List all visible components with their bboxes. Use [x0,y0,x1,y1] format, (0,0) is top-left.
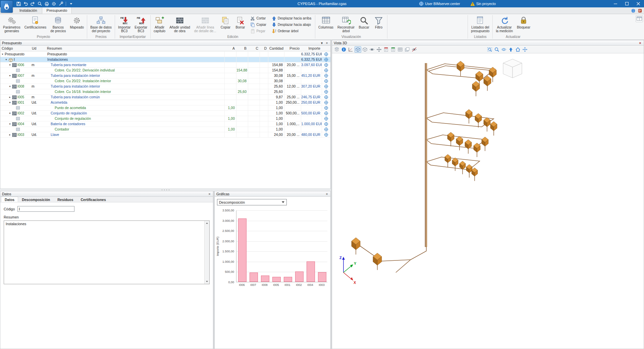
rebuild-tree-button[interactable]: Reconstruirárbol [335,15,357,35]
column-header-b[interactable]: B [236,46,248,51]
close-panel-icon[interactable]: × [207,192,212,196]
cube-button[interactable] [362,46,368,53]
3d-viewport[interactable]: Z Y X [332,54,644,349]
column-header-código[interactable]: Código [0,46,31,51]
layers-button[interactable] [333,46,340,53]
maximize-button[interactable] [621,0,633,7]
collapse-icon[interactable]: ▾ [8,62,11,67]
column-header-c[interactable]: C [248,46,260,51]
bimserver-sync-icon[interactable] [630,8,636,13]
report-button[interactable] [383,46,389,53]
locate-in-3d-icon[interactable] [322,57,330,62]
collapse-icon[interactable]: ▾ [5,57,8,62]
export-bc3-button[interactable]: FIEBDCExportarBC3 [132,15,149,35]
home-button[interactable] [515,46,521,53]
close-panel-icon[interactable]: × [324,41,329,45]
column-header-importe[interactable]: Importe [301,46,322,51]
budget-row-I001[interactable]: ▾I001Ud.Acometida1,00250,00...250,00 EUR [0,100,330,105]
orbit-button[interactable] [500,46,507,53]
locate-in-3d-icon[interactable] [322,62,330,67]
database-button[interactable]: Base de datosdel proyecto [88,15,114,35]
budget-row-I003[interactable]: ▸I003Ud.Llave24,0020,00 ...480,00 EUR [0,132,330,138]
collapse-icon[interactable]: ▾ [8,100,11,105]
locate-in-3d-icon[interactable] [322,95,330,100]
visibility-button[interactable] [411,46,418,53]
codigo-input[interactable] [17,206,74,212]
move-down-button[interactable]: Desplazar hacia abajo [270,21,313,28]
chart-type-select[interactable]: Descomposición [217,199,287,205]
datos-tab-residuos[interactable]: Residuos [54,197,77,202]
budget-row-I004[interactable]: ▾I004Ud.Batería de contadores1,001.000,.… [0,121,330,127]
table-button[interactable] [397,46,404,53]
scroll-down-icon[interactable] [205,279,209,284]
settings-button[interactable] [51,1,57,7]
reports-button[interactable]: Listados delpresupuesto [469,15,491,35]
up-button[interactable] [507,46,514,53]
collapse-icon[interactable]: ▾ [8,73,11,78]
budget-row[interactable]: Contador1,001,00 [0,127,330,132]
resumen-textarea[interactable]: Instalaciones [4,220,210,284]
sort-tree-button[interactable]: Ordenar árbol [270,28,313,34]
customize-toolbar-button[interactable] [68,1,74,7]
datos-tab-descomposición[interactable]: Descomposición [18,197,54,202]
splitter-handle[interactable] [162,190,169,190]
budget-row[interactable]: Cobre. Cu 20/22. Instalación interior30,… [0,79,330,84]
add-chapter-button[interactable]: Añadircapítulo [152,15,167,35]
tab-instalación[interactable]: Instalación [15,7,42,14]
budget-row[interactable]: Cobre. Cu 16/18. Instalación interior25,… [0,89,330,95]
datos-tab-certificaciones[interactable]: Certificaciones [77,197,109,202]
mapping-button[interactable]: Mapeado [68,15,86,35]
save-button[interactable] [15,1,22,7]
locate-in-3d-icon[interactable] [322,132,330,137]
pan-button[interactable] [522,46,528,53]
locate-in-3d-icon[interactable] [322,116,330,121]
locate-in-3d-icon[interactable] [322,121,330,127]
budget-row[interactable]: Cobre. Cu 20/22. Derivación individual15… [0,68,330,73]
print-button[interactable] [44,1,50,7]
scrollbar[interactable] [204,221,209,284]
budget-row-I007[interactable]: ▾I007mTubería para instalación interior3… [0,73,330,79]
zoom-extents-button[interactable] [486,46,493,53]
zoom-button[interactable] [37,1,43,7]
section-button[interactable] [355,46,361,53]
copy-small-button[interactable]: Copiar [248,21,268,28]
tab-presupuesto[interactable]: Presupuesto [42,7,72,14]
budget-row-I005[interactable]: ▸I005mTubería para instalación común9,87… [0,95,330,100]
budget-row-Presupuesto[interactable]: ▾PresupuestoPresupuesto6.332,75 EUR [0,52,330,57]
move-up-button[interactable]: Desplazar hacia arriba [270,15,313,21]
locate-in-3d-icon[interactable] [322,52,330,57]
collapse-icon[interactable]: ▾ [8,121,11,127]
locate-in-3d-icon[interactable] [322,84,330,89]
column-header-ud[interactable]: Ud [31,46,46,51]
expand-icon[interactable]: ▸ [8,95,11,100]
zoom-button[interactable] [493,46,500,53]
column-header-a[interactable]: A [224,46,236,51]
move-button[interactable] [376,46,382,53]
stack-button[interactable] [404,46,411,53]
scroll-up-icon[interactable] [205,221,209,226]
bimserver-user-button[interactable]: User BIMserver.center [419,1,460,6]
locate-in-3d-icon[interactable] [322,79,330,84]
layout-toggle-button[interactable] [636,15,643,22]
budget-row-I006[interactable]: ▾I006mTubería para montante154,8820,00 .… [0,62,330,68]
collapse-icon[interactable]: ▾ [8,84,11,89]
lock-button[interactable]: Bloquear [515,15,532,35]
refresh-button[interactable]: Actualizarla medición [494,15,515,35]
price-bank-button[interactable]: Bancosde precios [48,15,68,35]
locate-in-3d-icon[interactable] [322,73,330,78]
collapse-icon[interactable]: ▾ [1,52,4,57]
redo-button[interactable] [30,1,36,7]
budget-row[interactable]: Punto de acometida1,001,00 [0,105,330,111]
budget-row-I008[interactable]: ▾I008mTubería para instalación interior2… [0,84,330,89]
undo-button[interactable] [22,1,29,7]
gears-button[interactable]: Parámetrosgenerales [1,15,22,35]
eye-button[interactable] [369,46,375,53]
collapse-panel-icon[interactable]: ▾ [319,41,324,45]
budget-row[interactable]: Conjunto de regulación1,001,00 [0,116,330,121]
budget-row-I[interactable]: ▾IInstalaciones6.332,75 EUR [0,57,330,62]
delete-button[interactable]: Borrar [233,15,248,35]
import-bc3-button[interactable]: FIEBDCImportarBC3 [116,15,132,35]
filter-button[interactable]: Filtro [371,15,386,35]
collapse-icon[interactable]: ▾ [8,111,11,116]
sheet-button[interactable] [390,46,396,53]
